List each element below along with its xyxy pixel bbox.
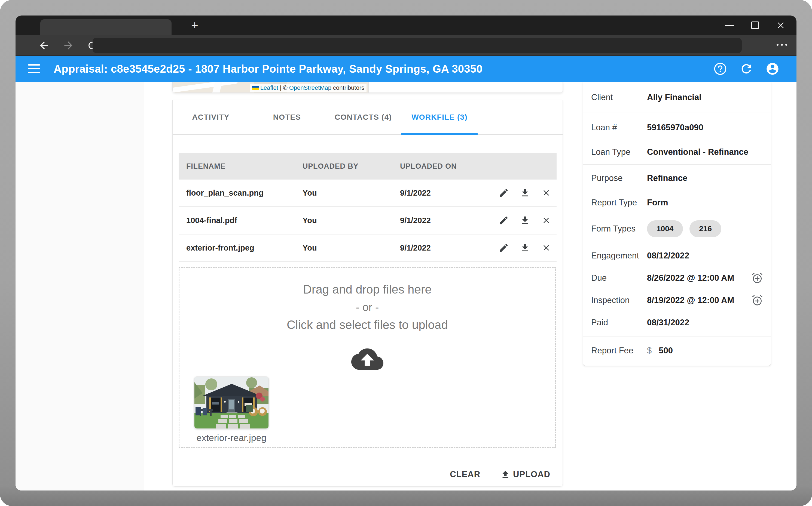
account-icon <box>765 62 780 76</box>
menu-button[interactable] <box>28 63 40 74</box>
inspection-label: Inspection <box>591 296 647 305</box>
page-title: Appraisal: c8e3545e2d25 - 1807 Harbor Po… <box>54 63 482 75</box>
overflow-menu-icon <box>785 44 787 46</box>
edit-button[interactable] <box>498 187 510 199</box>
attribution-copyright: © <box>283 84 287 91</box>
url-bar[interactable] <box>92 38 742 53</box>
close-x-icon <box>541 188 551 198</box>
close-icon <box>776 21 785 30</box>
flag-icon <box>252 86 259 90</box>
report-type-row: Report Type Form <box>583 190 771 215</box>
tab-notes[interactable]: NOTES <box>249 100 325 134</box>
add-inspection-reminder-button[interactable] <box>751 294 764 307</box>
client-label: Client <box>591 92 647 102</box>
tab-workfile[interactable]: WORKFILE (3) <box>401 100 478 134</box>
add-due-reminder-button[interactable] <box>751 271 764 284</box>
help-button[interactable] <box>713 62 727 76</box>
detail-tabs: ACTIVITY NOTES CONTACTS (4) WORKFILE (3) <box>173 100 562 135</box>
upload-button[interactable]: UPLOAD <box>500 470 550 479</box>
loan-type-label: Loan Type <box>591 147 647 157</box>
download-button[interactable] <box>519 242 531 254</box>
dropzone-text: Drag and drop files here <box>180 282 555 297</box>
close-x-icon <box>541 243 551 253</box>
tab-contacts[interactable]: CONTACTS (4) <box>325 100 401 134</box>
loan-number-row: Loan # 59165970a090 <box>583 115 771 140</box>
file-name: 1004-final.pdf <box>179 216 302 225</box>
alarm-add-icon <box>751 272 763 284</box>
table-header: FILENAME UPLOADED BY UPLOADED ON <box>179 153 557 180</box>
browser-tab[interactable] <box>40 19 172 35</box>
overflow-menu-icon <box>776 44 779 46</box>
due-row: Due 8/26/2022 @ 12:00 AM <box>583 267 771 289</box>
upload-icon <box>500 470 510 479</box>
purpose-value: Refinance <box>647 173 687 183</box>
forward-button[interactable] <box>62 39 75 52</box>
edit-button[interactable] <box>498 215 510 226</box>
account-button[interactable] <box>765 62 780 76</box>
map-road <box>173 82 238 92</box>
refresh-button[interactable] <box>739 62 753 76</box>
overflow-menu-icon <box>781 44 783 46</box>
cloud-upload-icon <box>351 348 384 370</box>
delete-button[interactable] <box>540 242 552 254</box>
download-icon <box>520 188 530 198</box>
minimize-icon <box>725 25 734 26</box>
help-icon <box>713 62 727 76</box>
delete-button[interactable] <box>540 187 552 199</box>
report-fee-row: Report Fee $ 500 <box>583 337 771 364</box>
close-button[interactable] <box>776 20 786 30</box>
close-x-icon <box>541 216 551 225</box>
report-type-value: Form <box>647 198 668 207</box>
app-header: Appraisal: c8e3545e2d25 - 1807 Harbor Po… <box>15 56 797 82</box>
purpose-row: Purpose Refinance <box>583 166 771 190</box>
left-panel <box>15 82 144 491</box>
minimize-button[interactable] <box>725 20 734 30</box>
upload-button-label: UPLOAD <box>513 470 550 479</box>
uploaded-by: You <box>302 188 400 197</box>
loan-type-row: Loan Type Conventional - Refinance <box>583 140 771 164</box>
delete-button[interactable] <box>540 215 552 226</box>
form-types-label: Form Types <box>591 224 647 234</box>
clear-button[interactable]: CLEAR <box>450 470 480 479</box>
workfile-table: FILENAME UPLOADED BY UPLOADED ON floor_p… <box>179 153 557 262</box>
uploaded-on: 9/1/2022 <box>400 216 490 225</box>
uploaded-by: You <box>302 216 400 225</box>
maximize-button[interactable] <box>750 20 760 30</box>
purpose-label: Purpose <box>591 173 647 183</box>
pencil-icon <box>498 243 509 253</box>
map-preview[interactable]: Leaflet | © OpenStreetMap contributors <box>173 82 369 92</box>
new-tab-button[interactable]: + <box>188 18 202 32</box>
alarm-add-icon <box>751 294 763 307</box>
pencil-icon <box>498 215 509 226</box>
column-header-uploaded-by: UPLOADED BY <box>302 162 400 171</box>
pending-file-name: exterior-rear.jpeg <box>187 433 276 443</box>
client-value: Ally Financial <box>647 92 701 102</box>
table-row: exterior-front.jpeg You 9/1/2022 <box>179 235 557 262</box>
file-dropzone[interactable]: Drag and drop files here - or - Click an… <box>179 267 556 448</box>
report-type-label: Report Type <box>591 198 647 207</box>
client-row: Client Ally Financial <box>583 82 771 113</box>
download-icon <box>520 243 530 253</box>
due-value: 8/26/2022 @ 12:00 AM <box>647 273 734 283</box>
hamburger-icon <box>28 72 40 73</box>
openstreetmap-link[interactable]: OpenStreetMap <box>289 84 331 91</box>
window-controls <box>725 15 792 35</box>
leaflet-link[interactable]: Leaflet <box>260 84 278 91</box>
map-card: Leaflet | © OpenStreetMap contributors <box>173 82 563 93</box>
download-button[interactable] <box>519 215 531 226</box>
file-name: exterior-front.jpeg <box>179 244 302 252</box>
due-label: Due <box>591 273 647 283</box>
overflow-menu-button[interactable] <box>776 44 787 46</box>
form-type-chip: 1004 <box>647 220 683 237</box>
page-content: Leaflet | © OpenStreetMap contributors A… <box>15 82 797 491</box>
edit-button[interactable] <box>498 242 510 254</box>
forward-arrow-icon <box>62 39 74 52</box>
engagement-value: 08/12/2022 <box>647 251 689 261</box>
column-header-uploaded-on: UPLOADED ON <box>400 162 490 171</box>
currency-symbol: $ <box>647 346 652 355</box>
maximize-icon <box>751 21 759 29</box>
download-button[interactable] <box>519 187 531 199</box>
uploaded-by: You <box>302 244 400 252</box>
tab-activity[interactable]: ACTIVITY <box>173 100 249 134</box>
back-button[interactable] <box>38 39 51 52</box>
